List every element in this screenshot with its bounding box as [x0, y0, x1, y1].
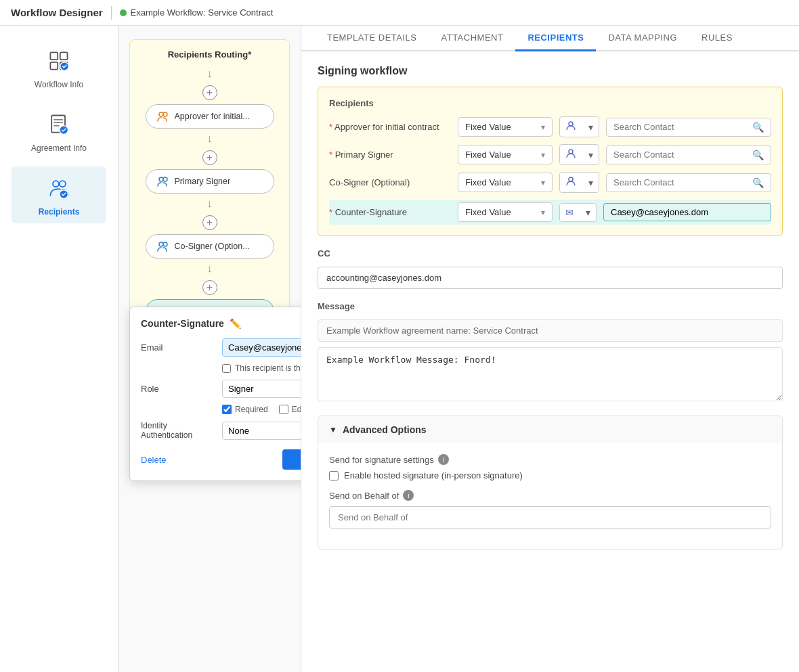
tab-rules[interactable]: RULES	[689, 26, 745, 51]
svg-rect-1	[60, 52, 68, 60]
co-signer-icon-btn-group: ▾	[559, 172, 599, 193]
primary-signer-dropdown[interactable]: Fixed Value ▾	[458, 145, 553, 164]
send-behalf-input[interactable]	[329, 506, 771, 529]
recipients-icon	[44, 173, 74, 203]
send-sig-label: Send for signature settings i	[329, 454, 771, 465]
co-signer-chevron-btn[interactable]: ▾	[583, 174, 599, 192]
divider	[111, 6, 112, 20]
popup-header: Counter-Signature ✏️	[141, 318, 301, 329]
editable-label: Editable	[292, 405, 301, 414]
message-textarea[interactable]: Example Workflow Message: Fnord!	[318, 347, 783, 401]
svg-point-20	[569, 177, 573, 181]
approver-search-input[interactable]	[613, 122, 748, 132]
approver-chevron-btn[interactable]: ▾	[583, 118, 599, 136]
advanced-body: Send for signature settings i Enable hos…	[318, 443, 782, 549]
sidebar-item-workflow-info[interactable]: Workflow Info	[12, 39, 106, 96]
advanced-header[interactable]: ▼ Advanced Options	[318, 416, 782, 443]
counter-signature-popup: Counter-Signature ✏️ Email This recipien…	[129, 307, 301, 481]
editable-item: Editable	[279, 405, 301, 414]
sidebar-item-agreement-info[interactable]: Agreement Info	[12, 103, 106, 160]
svg-point-12	[159, 177, 163, 181]
svg-rect-0	[50, 52, 58, 60]
svg-point-7	[53, 181, 59, 187]
editable-checkbox[interactable]	[279, 405, 288, 414]
workflow-name: Example Workflow: Service Contract	[131, 7, 274, 18]
sidebar: Workflow Info Agreement Info	[0, 26, 118, 672]
send-sig-info-icon[interactable]: i	[438, 454, 449, 465]
counter-signature-label: * Counter-Signature	[329, 207, 451, 217]
recipient-row-approver: * Approver for initial contract Fixed Va…	[329, 116, 771, 137]
cc-input[interactable]	[318, 267, 783, 289]
hosted-sig-row: Enable hosted signature (in-person signa…	[329, 470, 771, 480]
recipients-section: Recipients * Approver for initial contra…	[318, 87, 783, 236]
send-sig-settings-row: Send for signature settings i Enable hos…	[329, 454, 771, 480]
popup-email-input[interactable]	[222, 338, 301, 357]
ok-button[interactable]: OK	[282, 449, 301, 470]
co-signer-person-icon[interactable]	[560, 173, 582, 192]
search-icon-primary-signer: 🔍	[752, 150, 764, 160]
approver-icon-btn-group: ▾	[559, 116, 599, 137]
tab-recipients[interactable]: RECIPIENTS	[515, 26, 596, 51]
approver-person-icon[interactable]	[560, 117, 582, 137]
primary-signer-search-input[interactable]	[613, 150, 748, 160]
node-approver[interactable]: Approver for initial...	[146, 104, 274, 129]
send-behalf-row: Send on Behalf of i	[329, 490, 771, 529]
edit-icon[interactable]: ✏️	[230, 318, 241, 329]
popup-identity-input[interactable]	[222, 422, 301, 440]
co-signer-dropdown[interactable]: Fixed Value ▾	[458, 173, 553, 192]
sidebar-item-label-workflow-info: Workflow Info	[35, 80, 83, 89]
tab-attachment[interactable]: ATTACHMENT	[429, 26, 516, 51]
node-co-signer-label: Co-Signer (Option...	[175, 242, 250, 251]
tab-template-details[interactable]: TEMPLATE DETAILS	[315, 26, 429, 51]
primary-signer-search-wrap: 🔍	[606, 145, 771, 164]
svg-point-11	[163, 112, 167, 116]
message-name-input[interactable]	[318, 319, 783, 342]
popup-title: Counter-Signature	[141, 318, 224, 329]
send-behalf-label: Send on Behalf of i	[329, 490, 771, 501]
approver-search-wrap: 🔍	[606, 118, 771, 137]
app-title: Workflow Designer	[11, 7, 103, 18]
top-bar: Workflow Designer Example Workflow: Serv…	[0, 0, 799, 26]
workflow-status: Example Workflow: Service Contract	[120, 7, 274, 18]
hosted-sig-checkbox[interactable]	[329, 471, 339, 480]
primary-signer-chevron-btn[interactable]: ▾	[583, 146, 599, 164]
counter-signature-search-wrap	[603, 203, 771, 221]
advanced-section: ▼ Advanced Options Send for signature se…	[318, 416, 783, 550]
required-item: Required	[222, 405, 268, 414]
tab-data-mapping[interactable]: DATA MAPPING	[596, 26, 689, 51]
popup-footer: Delete OK	[141, 449, 301, 470]
add-btn-0[interactable]: +	[202, 85, 217, 100]
co-signer-search-input[interactable]	[613, 177, 748, 187]
sender-checkbox[interactable]	[222, 364, 231, 373]
search-icon-approver: 🔍	[752, 122, 764, 133]
popup-role-label: Role	[141, 384, 215, 394]
svg-point-13	[163, 177, 167, 181]
main-layout: Workflow Info Agreement Info	[0, 26, 799, 672]
send-behalf-info-icon[interactable]: i	[403, 490, 414, 501]
workflow-info-icon	[44, 46, 74, 76]
sidebar-item-label-agreement-info: Agreement Info	[31, 143, 87, 153]
chevron-down-icon: ▾	[541, 122, 545, 132]
node-approver-label: Approver for initial...	[175, 112, 250, 121]
tabs-bar: TEMPLATE DETAILS ATTACHMENT RECIPIENTS D…	[301, 26, 799, 51]
add-btn-1[interactable]: +	[202, 150, 217, 165]
popup-identity-row: Identity Authentication	[141, 421, 301, 440]
recipient-row-co-signer: Co-Signer (Optional) Fixed Value ▾ ▾	[329, 172, 771, 193]
primary-signer-person-icon[interactable]	[560, 145, 582, 164]
counter-signature-search-input[interactable]	[611, 207, 764, 217]
popup-role-input[interactable]	[222, 380, 301, 398]
signing-workflow-title: Signing workflow	[318, 65, 783, 77]
node-co-signer[interactable]: Co-Signer (Option...	[146, 234, 274, 259]
sidebar-item-recipients[interactable]: Recipients	[12, 166, 106, 223]
add-btn-3[interactable]: +	[202, 280, 217, 295]
delete-button[interactable]: Delete	[141, 455, 167, 465]
sender-checkbox-label: This recipient is the sender	[235, 363, 301, 373]
message-section: Message Example Workflow Message: Fnord!	[318, 301, 783, 403]
node-primary-signer[interactable]: Primary Signer	[146, 169, 274, 194]
counter-signature-chevron-btn[interactable]: ▾	[580, 204, 596, 221]
required-checkbox[interactable]	[222, 405, 232, 414]
counter-signature-email-icon[interactable]: ✉	[560, 204, 579, 221]
counter-signature-dropdown[interactable]: Fixed Value ▾	[458, 202, 553, 222]
approver-dropdown[interactable]: Fixed Value ▾	[458, 117, 553, 137]
add-btn-2[interactable]: +	[202, 215, 217, 230]
